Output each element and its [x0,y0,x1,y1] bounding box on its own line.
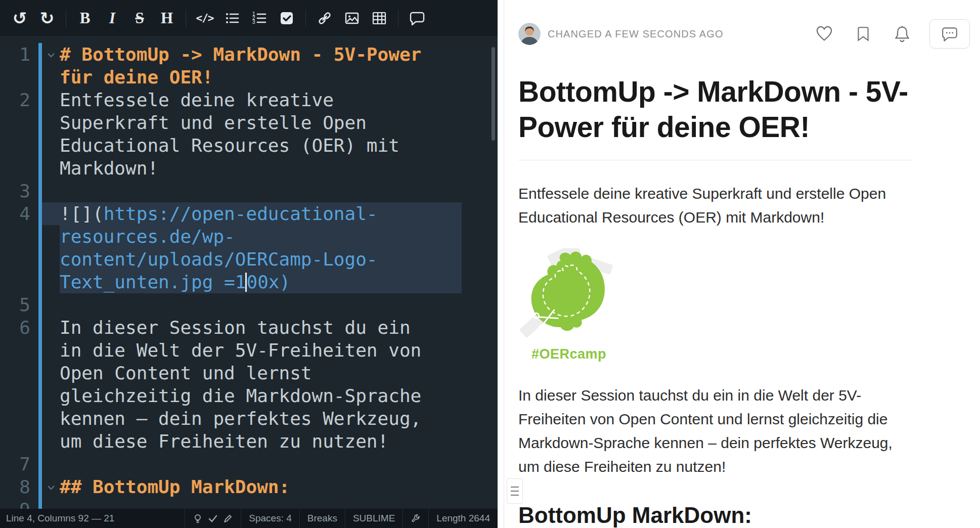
line-number: 2 [0,89,30,111]
editor-line: 8 ## BottomUp MarkDown: [0,475,498,498]
spellcheck-icon[interactable] [208,513,218,523]
line-number: 9 [0,498,30,509]
editor-line: 6 In dieser Session tauchst du ein in di… [0,316,498,453]
editor-line: 2 Entfessele deine kreative Superkraft u… [0,89,498,180]
editor-line: 5 [0,293,498,316]
markdown-heading-source: # BottomUp -> MarkDown - 5V-Power für de… [60,44,432,87]
toolbar-divider [186,10,186,27]
link-button[interactable] [311,5,338,32]
cursor-position-status: Line 4, Columns 92 — 21 [0,509,185,528]
markdown-heading-source: ## BottomUp MarkDown: [60,476,290,497]
preview-pane: CHANGED A FEW SECONDS AGO [504,0,980,528]
rendered-markdown: BottomUp -> MarkDown - 5V-Power für dein… [504,74,913,528]
document-title-block: BottomUp -> MarkDown - 5V-Power für dein… [518,74,913,160]
app: ↺ ↻ B I S H </> 1 2 3 [0,0,980,528]
spaces-setting[interactable]: Spaces: 4 [241,509,299,528]
line-number: 8 [0,475,30,498]
editor-line: 7 [0,453,498,475]
table-button[interactable] [366,5,393,32]
section-heading: BottomUp MarkDown: [518,503,913,528]
line-number: 1 [0,43,30,66]
bell-icon[interactable] [893,25,911,43]
document-length-status: Length 2644 [428,509,498,528]
document-title: BottomUp -> MarkDown - 5V-Power für dein… [518,74,913,145]
pane-divider[interactable] [498,0,504,528]
oercamp-logo: #OERcamp [518,248,619,362]
toolbar-divider [66,10,66,27]
code-editor[interactable]: 1 # BottomUp -> MarkDown - 5V-Power für … [0,36,498,509]
strikethrough-button[interactable]: S [126,5,153,32]
svg-text:3: 3 [252,19,255,25]
editor-statusbar: Line 4, Columns 92 — 21 Spaces: 4 Breaks… [0,509,498,528]
open-comments-button[interactable] [929,19,970,49]
heading-button[interactable]: H [153,5,181,32]
keymap-setting[interactable]: SUBLIME [345,509,403,528]
changed-lines-indicator [38,43,42,509]
bookmark-icon[interactable] [855,25,872,42]
oercamp-logo-text: #OERcamp [531,346,619,362]
like-heart-icon[interactable] [815,25,833,43]
night-mode-icon[interactable] [193,513,203,523]
statusbar-indicators [185,509,241,528]
editor-line: 9 [0,498,498,509]
line-number: 3 [0,180,30,202]
toolbar-divider [305,10,306,27]
editor-pane: ↺ ↻ B I S H </> 1 2 3 [0,0,498,528]
wrench-icon [411,513,421,523]
preview-header: CHANGED A FEW SECONDS AGO [504,19,980,49]
italic-button[interactable]: I [99,5,126,32]
editor-line: 1 # BottomUp -> MarkDown - 5V-Power für … [0,43,498,89]
comment-button[interactable] [404,5,431,32]
fold-chevron-icon[interactable] [42,475,60,498]
pane-resize-handle[interactable] [507,478,523,504]
pen-icon[interactable] [223,513,233,523]
image-markdown-prefix: ![]( [60,203,104,224]
todo-list-button[interactable] [273,5,300,32]
preferences-wrench[interactable] [403,509,428,528]
redo-button[interactable]: ↻ [33,5,61,32]
breaks-setting[interactable]: Breaks [299,509,345,528]
intro-paragraph: Entfessele deine kreative Superkraft und… [518,182,913,229]
image-button[interactable] [338,5,366,32]
fold-chevron-icon[interactable] [42,43,60,66]
editor-scrollbar-thumb[interactable] [492,47,495,141]
line-number: 5 [0,293,30,316]
ordered-list-button[interactable]: 1 2 3 [246,5,273,32]
editor-toolbar: ↺ ↻ B I S H </> 1 2 3 [0,0,498,36]
session-paragraph: In dieser Session tauchst du ein in die … [518,383,913,478]
author-avatar[interactable] [518,23,541,45]
toolbar-divider [398,10,398,27]
image-url-source: https://open-educational-resources.de/wp… [60,203,378,292]
markdown-text-source: In dieser Session tauchst du ein in die … [60,317,432,452]
code-button[interactable]: </> [191,5,218,32]
line-number: 6 [0,316,30,339]
bold-button[interactable]: B [71,5,99,32]
editor-line-active: 4 ![](https://open-educational-resources… [0,202,498,293]
preview-actions [815,25,911,43]
comment-bubble-icon [941,25,958,42]
undo-button[interactable]: ↺ [6,5,33,32]
unordered-list-button[interactable] [218,5,246,32]
last-changed-status: CHANGED A FEW SECONDS AGO [548,28,724,40]
line-number: 4 [0,202,30,225]
editor-line: 3 [0,180,498,202]
line-number: 7 [0,453,30,475]
image-url-source: 00x) [246,272,290,292]
markdown-text-source: Entfessele deine kreative Superkraft und… [60,90,411,179]
